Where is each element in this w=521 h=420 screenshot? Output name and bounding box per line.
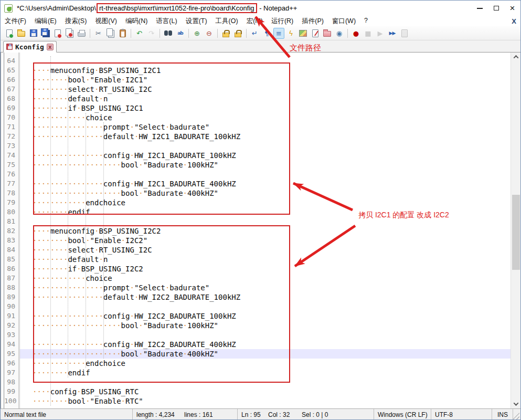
macro-play-icon[interactable]: ▶ xyxy=(375,28,386,39)
line-number: 93 xyxy=(4,330,18,340)
word-wrap-icon[interactable]: ↵ xyxy=(249,28,260,39)
close-icon[interactable] xyxy=(52,28,63,39)
menu-item[interactable]: 宏(M) xyxy=(242,16,267,26)
status-length: length : 4,234 xyxy=(136,411,184,418)
copy-config-annotation: 拷贝 I2C1 的配置 改成 I2C2 xyxy=(358,211,449,220)
close-icon xyxy=(55,29,61,37)
paste-icon[interactable] xyxy=(117,28,128,39)
line-number: 64 xyxy=(4,56,18,66)
menu-item[interactable]: 设置(T) xyxy=(182,16,211,26)
macro-record-icon[interactable]: ● xyxy=(350,28,361,39)
close-all-icon xyxy=(66,28,72,36)
replace-icon: ab xyxy=(177,31,183,36)
status-filler xyxy=(513,409,520,420)
menu-item[interactable]: 窗口(W) xyxy=(328,16,360,26)
scrollbar-thumb[interactable] xyxy=(512,195,520,270)
line-number: 98 xyxy=(4,377,18,387)
macro-play-icon: ▶ xyxy=(378,30,383,37)
zoom-in-icon: ⊕ xyxy=(194,30,200,37)
menu-item[interactable]: 编码(N) xyxy=(121,16,152,26)
status-insert-mode[interactable]: INS xyxy=(492,409,513,420)
line-number: 72 xyxy=(4,132,18,141)
minimize-button[interactable] xyxy=(472,1,488,16)
line-number: 100 xyxy=(4,396,18,406)
line-number: 86 xyxy=(4,264,18,274)
show-all-characters-icon[interactable]: ¶ xyxy=(261,28,272,39)
close-document-button[interactable]: X xyxy=(512,17,516,25)
menu-item[interactable]: 编辑(E) xyxy=(30,16,61,26)
line-number: 82 xyxy=(4,226,18,236)
tab-close-icon[interactable]: x xyxy=(47,44,54,50)
save-all-icon[interactable] xyxy=(40,28,51,39)
replace-icon[interactable]: ab xyxy=(175,28,186,39)
undo-icon: ↶ xyxy=(136,30,142,37)
unsaved-changes-icon xyxy=(6,44,12,49)
scroll-down-button[interactable] xyxy=(511,400,520,408)
line-number: 79 xyxy=(4,198,18,207)
cut-icon[interactable]: ✂ xyxy=(93,28,104,39)
open-folder-icon xyxy=(17,31,25,37)
status-encoding[interactable]: UTF-8 xyxy=(431,409,492,420)
new-file-icon[interactable] xyxy=(4,28,15,39)
copy-icon[interactable] xyxy=(105,28,116,39)
menu-item[interactable]: 文件(F) xyxy=(1,16,30,26)
zoom-in-icon[interactable]: ⊕ xyxy=(192,28,203,39)
code-line[interactable]: ········bool·"Enable·RTC" xyxy=(20,396,511,406)
sync-horizontal-scroll-icon[interactable] xyxy=(232,28,243,39)
macro-stop-icon[interactable]: ■ xyxy=(363,28,374,39)
find-icon[interactable] xyxy=(163,28,174,39)
status-eol-format[interactable]: Windows (CR LF) xyxy=(374,409,431,420)
resize-grip[interactable] xyxy=(513,413,519,419)
menu-item[interactable]: 搜索(S) xyxy=(61,16,91,26)
line-number: 80 xyxy=(4,207,18,217)
notepad-plus-plus-window: { "window": { "title_pre": "*C:\\Users\\… xyxy=(0,0,521,420)
print-icon[interactable] xyxy=(76,28,87,39)
menu-item[interactable]: 插件(P) xyxy=(297,16,328,26)
scroll-up-button[interactable] xyxy=(511,52,520,61)
line-number: 65 xyxy=(4,66,18,75)
macro-stop-icon: ■ xyxy=(365,30,371,37)
show-indent-guide-icon[interactable]: ≡ xyxy=(273,28,284,39)
redo-icon[interactable]: ↷ xyxy=(146,28,157,39)
save-icon[interactable] xyxy=(28,28,39,39)
macro-record-icon: ● xyxy=(353,30,359,37)
line-number: 77 xyxy=(4,179,18,188)
close-all-icon[interactable] xyxy=(64,28,75,39)
chevron-up-icon xyxy=(513,55,518,60)
close-button[interactable]: × xyxy=(504,1,520,16)
menu-item[interactable]: 工具(O) xyxy=(211,16,242,26)
sync-vertical-scroll-icon xyxy=(222,33,229,37)
toolbar-separator xyxy=(188,29,189,38)
toolbar-separator xyxy=(160,29,160,38)
tab-bar: Kconfig x xyxy=(1,40,520,52)
sync-vertical-scroll-icon[interactable] xyxy=(220,28,231,39)
tab-label: Kconfig xyxy=(15,43,44,51)
open-folder-icon[interactable] xyxy=(16,28,27,39)
line-number: 91 xyxy=(4,311,18,321)
line-number: 73 xyxy=(4,141,18,151)
title-app-suffix: - Notepad++ xyxy=(258,4,297,12)
maximize-button[interactable] xyxy=(488,1,504,16)
vertical-scrollbar[interactable] xyxy=(511,52,520,408)
annotation-box-i2c2 xyxy=(33,225,290,383)
menu-item[interactable]: ? xyxy=(360,16,372,26)
macro-run-multiple-icon[interactable]: ▶▶ xyxy=(387,28,398,39)
function-list-icon[interactable]: ϟ xyxy=(285,28,296,39)
menu-item[interactable]: 语言(L) xyxy=(152,16,181,26)
macro-save-icon[interactable] xyxy=(399,28,410,39)
menu-item[interactable]: 视图(V) xyxy=(91,16,121,26)
menu-item[interactable]: 运行(R) xyxy=(267,16,297,26)
line-number: 85 xyxy=(4,255,18,264)
code-line[interactable]: ····config·BSP_USING_RTC xyxy=(20,387,511,396)
folder-as-workspace-icon[interactable] xyxy=(322,28,333,39)
new-file-icon xyxy=(6,29,13,37)
zoom-out-icon[interactable]: ⊖ xyxy=(204,28,215,39)
document-switcher-icon xyxy=(312,29,318,37)
document-switcher-icon[interactable] xyxy=(310,28,321,39)
notepad-plus-plus-logo-icon xyxy=(4,4,13,13)
tab-kconfig[interactable]: Kconfig x xyxy=(3,41,57,52)
document-map-icon[interactable] xyxy=(297,28,309,39)
undo-icon[interactable]: ↶ xyxy=(134,28,145,39)
line-number: 90 xyxy=(4,302,18,311)
monitoring-icon[interactable]: ◉ xyxy=(334,28,345,39)
